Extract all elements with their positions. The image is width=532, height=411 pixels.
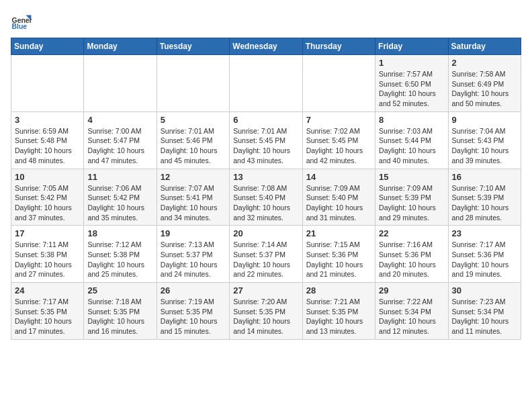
day-number: 12 [161, 172, 226, 182]
logo: General Blue [11, 11, 32, 32]
calendar-cell: 12Sunrise: 7:07 AM Sunset: 5:41 PM Dayli… [157, 169, 229, 226]
day-number: 24 [15, 285, 80, 295]
calendar-cell: 30Sunrise: 7:23 AM Sunset: 5:34 PM Dayli… [448, 283, 521, 340]
day-info: Sunrise: 7:19 AM Sunset: 5:35 PM Dayligh… [161, 297, 226, 336]
calendar-cell: 26Sunrise: 7:19 AM Sunset: 5:35 PM Dayli… [157, 283, 229, 340]
day-info: Sunrise: 7:22 AM Sunset: 5:34 PM Dayligh… [379, 297, 444, 336]
calendar-week-row: 24Sunrise: 7:17 AM Sunset: 5:35 PM Dayli… [11, 283, 521, 340]
day-number: 14 [306, 172, 371, 182]
day-info: Sunrise: 7:20 AM Sunset: 5:35 PM Dayligh… [233, 297, 298, 336]
svg-text:Blue: Blue [12, 23, 28, 30]
calendar-week-row: 10Sunrise: 7:05 AM Sunset: 5:42 PM Dayli… [11, 169, 521, 226]
calendar-cell: 10Sunrise: 7:05 AM Sunset: 5:42 PM Dayli… [11, 169, 84, 226]
calendar-cell: 14Sunrise: 7:09 AM Sunset: 5:40 PM Dayli… [302, 169, 375, 226]
day-number: 22 [379, 228, 444, 238]
day-number: 27 [233, 285, 298, 295]
calendar-cell [157, 55, 229, 112]
day-info: Sunrise: 7:12 AM Sunset: 5:38 PM Dayligh… [87, 240, 152, 279]
day-number: 8 [379, 115, 444, 125]
calendar-cell: 24Sunrise: 7:17 AM Sunset: 5:35 PM Dayli… [11, 283, 84, 340]
calendar-cell: 22Sunrise: 7:16 AM Sunset: 5:36 PM Dayli… [375, 226, 448, 283]
day-number: 19 [161, 228, 226, 238]
day-number: 17 [15, 228, 80, 238]
calendar-cell [230, 55, 302, 112]
day-number: 15 [379, 172, 444, 182]
day-number: 1 [379, 58, 444, 68]
calendar-cell: 18Sunrise: 7:12 AM Sunset: 5:38 PM Dayli… [84, 226, 157, 283]
day-info: Sunrise: 7:08 AM Sunset: 5:40 PM Dayligh… [233, 183, 298, 223]
day-number: 4 [87, 115, 152, 125]
day-info: Sunrise: 7:07 AM Sunset: 5:41 PM Dayligh… [161, 183, 226, 223]
calendar-cell: 2Sunrise: 7:58 AM Sunset: 6:49 PM Daylig… [448, 55, 521, 112]
day-number: 21 [306, 228, 371, 238]
weekday-header-row: SundayMondayTuesdayWednesdayThursdayFrid… [11, 38, 521, 55]
day-number: 30 [452, 285, 517, 295]
logo-icon: General Blue [11, 11, 32, 32]
day-number: 3 [15, 115, 80, 125]
calendar-cell: 1Sunrise: 7:57 AM Sunset: 6:50 PM Daylig… [375, 55, 448, 112]
calendar-cell: 15Sunrise: 7:09 AM Sunset: 5:39 PM Dayli… [375, 169, 448, 226]
calendar-cell: 5Sunrise: 7:01 AM Sunset: 5:46 PM Daylig… [157, 111, 229, 169]
calendar-week-row: 3Sunrise: 6:59 AM Sunset: 5:48 PM Daylig… [11, 111, 521, 169]
calendar-week-row: 1Sunrise: 7:57 AM Sunset: 6:50 PM Daylig… [11, 55, 521, 112]
weekday-header-thursday: Thursday [302, 38, 375, 55]
day-info: Sunrise: 7:15 AM Sunset: 5:36 PM Dayligh… [306, 240, 371, 279]
calendar-cell: 28Sunrise: 7:21 AM Sunset: 5:35 PM Dayli… [302, 283, 375, 340]
day-info: Sunrise: 6:59 AM Sunset: 5:48 PM Dayligh… [15, 126, 80, 166]
calendar-cell: 7Sunrise: 7:02 AM Sunset: 5:45 PM Daylig… [302, 111, 375, 169]
calendar-table: SundayMondayTuesdayWednesdayThursdayFrid… [11, 38, 521, 340]
calendar-cell: 21Sunrise: 7:15 AM Sunset: 5:36 PM Dayli… [302, 226, 375, 283]
day-info: Sunrise: 7:57 AM Sunset: 6:50 PM Dayligh… [379, 69, 444, 109]
day-number: 10 [15, 172, 80, 182]
day-info: Sunrise: 7:17 AM Sunset: 5:36 PM Dayligh… [452, 240, 517, 279]
day-info: Sunrise: 7:18 AM Sunset: 5:35 PM Dayligh… [87, 297, 152, 336]
calendar-cell: 20Sunrise: 7:14 AM Sunset: 5:37 PM Dayli… [230, 226, 302, 283]
day-info: Sunrise: 7:02 AM Sunset: 5:45 PM Dayligh… [306, 126, 371, 166]
weekday-header-tuesday: Tuesday [157, 38, 229, 55]
weekday-header-monday: Monday [84, 38, 157, 55]
calendar-cell: 8Sunrise: 7:03 AM Sunset: 5:44 PM Daylig… [375, 111, 448, 169]
day-info: Sunrise: 7:16 AM Sunset: 5:36 PM Dayligh… [379, 240, 444, 279]
calendar-cell: 9Sunrise: 7:04 AM Sunset: 5:43 PM Daylig… [448, 111, 521, 169]
day-info: Sunrise: 7:11 AM Sunset: 5:38 PM Dayligh… [15, 240, 80, 279]
weekday-header-sunday: Sunday [11, 38, 84, 55]
weekday-header-wednesday: Wednesday [230, 38, 302, 55]
calendar-cell: 3Sunrise: 6:59 AM Sunset: 5:48 PM Daylig… [11, 111, 84, 169]
day-number: 7 [306, 115, 371, 125]
day-number: 28 [306, 285, 371, 295]
day-number: 29 [379, 285, 444, 295]
day-info: Sunrise: 7:01 AM Sunset: 5:45 PM Dayligh… [233, 126, 298, 166]
calendar-cell [11, 55, 84, 112]
day-number: 6 [233, 115, 298, 125]
calendar-cell [84, 55, 157, 112]
weekday-header-saturday: Saturday [448, 38, 521, 55]
day-info: Sunrise: 7:09 AM Sunset: 5:39 PM Dayligh… [379, 183, 444, 223]
calendar-week-row: 17Sunrise: 7:11 AM Sunset: 5:38 PM Dayli… [11, 226, 521, 283]
day-number: 2 [452, 58, 517, 68]
day-info: Sunrise: 7:09 AM Sunset: 5:40 PM Dayligh… [306, 183, 371, 223]
day-number: 13 [233, 172, 298, 182]
day-info: Sunrise: 7:17 AM Sunset: 5:35 PM Dayligh… [15, 297, 80, 336]
day-info: Sunrise: 7:10 AM Sunset: 5:39 PM Dayligh… [452, 183, 517, 223]
day-number: 25 [87, 285, 152, 295]
calendar-cell: 6Sunrise: 7:01 AM Sunset: 5:45 PM Daylig… [230, 111, 302, 169]
calendar-cell [302, 55, 375, 112]
calendar-cell: 23Sunrise: 7:17 AM Sunset: 5:36 PM Dayli… [448, 226, 521, 283]
calendar-cell: 11Sunrise: 7:06 AM Sunset: 5:42 PM Dayli… [84, 169, 157, 226]
day-info: Sunrise: 7:58 AM Sunset: 6:49 PM Dayligh… [452, 69, 517, 109]
day-info: Sunrise: 7:13 AM Sunset: 5:37 PM Dayligh… [161, 240, 226, 279]
day-info: Sunrise: 7:05 AM Sunset: 5:42 PM Dayligh… [15, 183, 80, 223]
weekday-header-friday: Friday [375, 38, 448, 55]
day-info: Sunrise: 7:03 AM Sunset: 5:44 PM Dayligh… [379, 126, 444, 166]
day-number: 11 [87, 172, 152, 182]
day-number: 9 [452, 115, 517, 125]
day-info: Sunrise: 7:06 AM Sunset: 5:42 PM Dayligh… [87, 183, 152, 223]
day-info: Sunrise: 7:01 AM Sunset: 5:46 PM Dayligh… [161, 126, 226, 166]
calendar-cell: 19Sunrise: 7:13 AM Sunset: 5:37 PM Dayli… [157, 226, 229, 283]
day-number: 20 [233, 228, 298, 238]
calendar-cell: 17Sunrise: 7:11 AM Sunset: 5:38 PM Dayli… [11, 226, 84, 283]
day-info: Sunrise: 7:14 AM Sunset: 5:37 PM Dayligh… [233, 240, 298, 279]
day-info: Sunrise: 7:23 AM Sunset: 5:34 PM Dayligh… [452, 297, 517, 336]
header: General Blue [11, 11, 521, 32]
day-number: 18 [87, 228, 152, 238]
